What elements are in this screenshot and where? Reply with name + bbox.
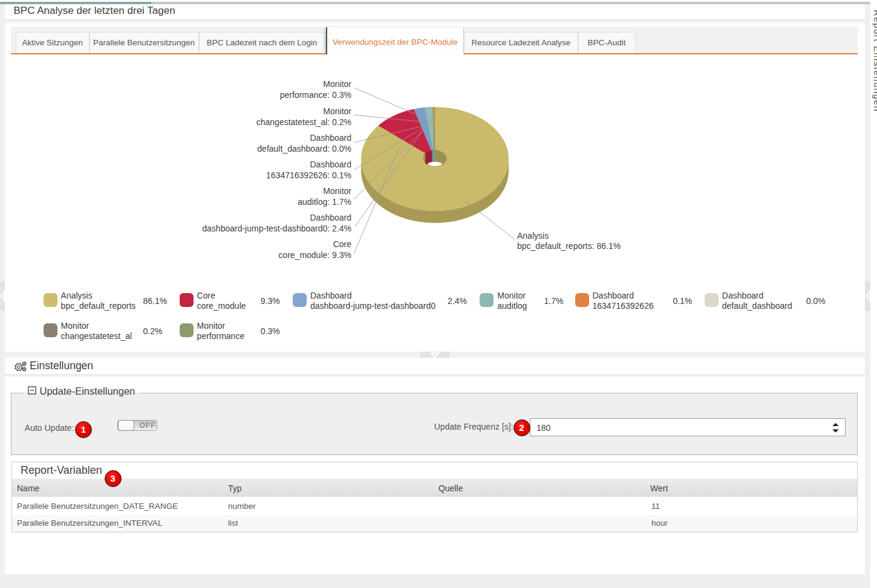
svg-text:performance: 0.3%: performance: 0.3% <box>280 90 351 100</box>
svg-text:Monitor: Monitor <box>323 186 351 196</box>
svg-text:Core: Core <box>333 239 352 249</box>
svg-text:Dashboard: Dashboard <box>310 160 352 169</box>
svg-text:core_module: 9.3%: core_module: 9.3% <box>278 250 351 260</box>
svg-text:changestatetest_al: 0.2%: changestatetest_al: 0.2% <box>256 117 351 127</box>
svg-text:bpc_default_reports: 86.1%: bpc_default_reports: 86.1% <box>517 241 621 251</box>
svg-text:auditlog: 1.7%: auditlog: 1.7% <box>298 197 351 207</box>
svg-text:Monitor: Monitor <box>323 106 351 116</box>
svg-text:Monitor: Monitor <box>323 79 351 89</box>
svg-text:dashboard-jump-test-dashboard0: dashboard-jump-test-dashboard0: 2.4% <box>202 224 351 233</box>
svg-text:1634716392626: 0.1%: 1634716392626: 0.1% <box>266 170 351 180</box>
svg-text:Dashboard: Dashboard <box>310 213 352 222</box>
svg-text:default_dashboard: 0.0%: default_dashboard: 0.0% <box>257 144 351 153</box>
svg-text:Analysis: Analysis <box>517 231 549 241</box>
svg-text:Dashboard: Dashboard <box>310 133 352 143</box>
